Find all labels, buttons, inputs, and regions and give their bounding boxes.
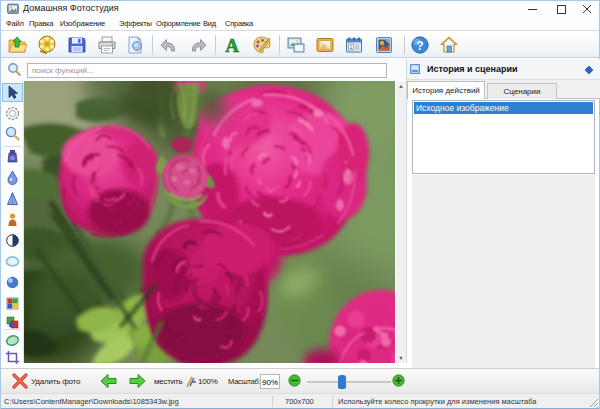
svg-text:1: 1 [350, 44, 353, 50]
svg-text:?: ? [416, 39, 423, 53]
svg-text:A: A [225, 35, 239, 55]
